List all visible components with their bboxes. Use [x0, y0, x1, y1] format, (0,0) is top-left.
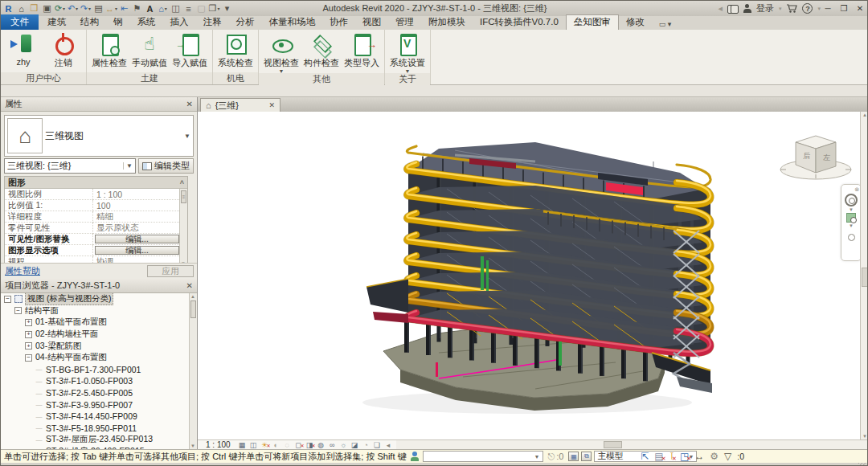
- horizontal-scrollbar[interactable]: [396, 440, 868, 450]
- undo-icon[interactable]: ↶▾: [67, 2, 79, 14]
- model-canvas[interactable]: 后 左 ⊗ ▼ ▼: [198, 112, 860, 439]
- section-icon[interactable]: ◫: [170, 2, 182, 14]
- drag-elements-on-selection-icon[interactable]: ↔: [694, 452, 704, 462]
- text-icon[interactable]: A: [144, 2, 156, 14]
- vscroll-up-icon[interactable]: ▲: [862, 112, 867, 117]
- ribbon-tab-附加模块[interactable]: 附加模块: [421, 15, 473, 30]
- sign-in-dropdown-icon[interactable]: ▾: [779, 6, 782, 12]
- select-links-icon[interactable]: ⇱: [641, 452, 649, 462]
- close-button[interactable]: ✕: [853, 2, 867, 14]
- section-collapse-icon[interactable]: ˄: [180, 178, 184, 186]
- visual-style-icon[interactable]: ◫: [249, 441, 258, 449]
- pan-icon[interactable]: [848, 234, 855, 241]
- worksets-icon[interactable]: ▦: [568, 452, 579, 461]
- thin-lines-icon[interactable]: ≡: [182, 2, 194, 14]
- crop-view-icon[interactable]: ◻✕: [294, 441, 303, 449]
- ribbon-tab-管理[interactable]: 管理: [388, 15, 421, 30]
- redo-icon[interactable]: ↷▾: [80, 2, 92, 14]
- workset-dropdown-icon[interactable]: ▼: [531, 454, 540, 460]
- tag-icon[interactable]: ⚑: [131, 2, 143, 14]
- navbar-close-icon[interactable]: ⊗: [854, 186, 859, 193]
- measure-dropdown-icon[interactable]: ▾: [115, 6, 117, 11]
- instance-dropdown-icon[interactable]: ▼: [123, 162, 133, 170]
- ribbon-tab-协作[interactable]: 协作: [322, 15, 355, 30]
- property-value[interactable]: 精细: [93, 211, 187, 223]
- displacement-sets-icon[interactable]: ❏: [373, 441, 382, 449]
- vscroll-thumb[interactable]: [862, 268, 868, 287]
- tree-row[interactable]: +01-基础平面布置图: [1, 317, 189, 329]
- aligned-dimension-icon[interactable]: ⇤: [118, 2, 130, 14]
- print-icon[interactable]: ▤: [92, 2, 104, 14]
- vscroll-down-icon[interactable]: ▼: [862, 434, 867, 439]
- ribbon-tab-垒知图审[interactable]: 垒知图审: [566, 14, 619, 30]
- edit-button[interactable]: 编辑...: [95, 246, 179, 255]
- ribbon-tab-体量和场地[interactable]: 体量和场地: [262, 15, 323, 30]
- expand-node-icon[interactable]: +: [25, 331, 32, 338]
- ribbon-tab-建筑[interactable]: 建筑: [40, 15, 73, 30]
- shadows-icon[interactable]: ◐: [272, 441, 280, 449]
- properties-scrollbar[interactable]: ≡ ▼: [179, 189, 187, 267]
- property-value[interactable]: 显示原状态: [93, 223, 187, 234]
- ribbon-tab-系统[interactable]: 系统: [130, 15, 163, 30]
- resize-grip[interactable]: [858, 463, 866, 466]
- select-underlay-elements-icon[interactable]: ▤✕: [654, 452, 663, 462]
- worksharing-display-icon[interactable]: ◔: [362, 441, 371, 449]
- vertical-scrollbar[interactable]: ▲ ▼: [860, 112, 868, 439]
- view-tab-close-icon[interactable]: ✕: [268, 101, 275, 109]
- locked-3d-view-icon[interactable]: ◍: [317, 441, 326, 449]
- help-icon[interactable]: ?: [802, 3, 813, 14]
- zoom-dropdown-icon[interactable]: ▼: [849, 223, 854, 228]
- temporary-hide-isolate-icon[interactable]: ∞: [328, 441, 337, 449]
- apply-button[interactable]: 应用: [147, 265, 194, 277]
- expand-node-icon[interactable]: +: [25, 342, 32, 350]
- default-3d-view-icon[interactable]: ⌂▾: [157, 2, 169, 14]
- show-crop-region-icon[interactable]: ◨✕: [305, 441, 314, 449]
- tree-scrollbar-thumb[interactable]: [190, 300, 196, 318]
- edit-type-button[interactable]: 编辑类型: [138, 158, 194, 174]
- settings-gear-icon[interactable]: ⚙: [710, 452, 719, 462]
- redo-dropdown-icon[interactable]: ▾: [88, 6, 91, 11]
- tree-row[interactable]: −视图 (标高与视图分类): [1, 293, 189, 305]
- ribbon-tab-视图[interactable]: 视图: [355, 15, 388, 30]
- type-selector[interactable]: ⌂ 三维视图 ▼: [4, 115, 194, 157]
- undo-dropdown-icon[interactable]: ▾: [76, 6, 78, 11]
- expand-node-icon[interactable]: +: [25, 319, 32, 326]
- minimize-button[interactable]: ─: [821, 2, 835, 14]
- 类型导入-button[interactable]: 类型导入: [342, 31, 381, 69]
- 构件检查-button[interactable]: 构件检查: [302, 31, 341, 69]
- project-browser-scrollbar[interactable]: ▲ ▼: [189, 293, 197, 449]
- properties-help-link[interactable]: 属性帮助: [5, 265, 40, 277]
- tree-row[interactable]: —ST-3#-F5-18.950-FP011: [1, 423, 189, 435]
- sun-path-icon[interactable]: ☀✕: [260, 441, 269, 449]
- tree-row[interactable]: +03-梁配筋图: [1, 340, 189, 352]
- ribbon-tab-钢[interactable]: 钢: [106, 15, 130, 30]
- property-value[interactable]: 1 : 100: [93, 190, 187, 199]
- ribbon-tab-IFC转换插件V0.7.0[interactable]: IFC转换插件V0.7.0: [473, 15, 566, 30]
- temporary-view-properties-icon[interactable]: ◪: [350, 441, 359, 449]
- collapse-node-icon[interactable]: −: [25, 354, 32, 362]
- zhy-button[interactable]: zhy: [4, 31, 43, 67]
- design-options-icon[interactable]: ⧉: [581, 452, 592, 461]
- synchronize-dropdown-icon[interactable]: ▾: [63, 6, 65, 11]
- ribbon-tab-分析[interactable]: 分析: [229, 15, 262, 30]
- graphics-section-header[interactable]: 图形 ˄: [5, 177, 187, 189]
- 属性检查-button[interactable]: 属性检查: [90, 31, 129, 69]
- type-selector-dropdown-icon[interactable]: ▼: [182, 133, 193, 140]
- select-pinned-elements-icon[interactable]: ⊺✕: [669, 452, 674, 462]
- 系统设置-button[interactable]: 系统设置▼: [388, 31, 427, 73]
- save-icon[interactable]: ▣: [41, 2, 53, 14]
- ribbon-tab-注释[interactable]: 注释: [196, 15, 229, 30]
- infocenter-collapse-icon[interactable]: ◂: [718, 3, 723, 14]
- 系统检查-button[interactable]: 系统检查: [216, 31, 255, 69]
- tree-row[interactable]: +02-结构墙柱平面: [1, 329, 189, 341]
- modify-panel-dropdown[interactable]: ▭ ▾: [652, 18, 679, 30]
- measure-icon[interactable]: ↔▾: [105, 2, 117, 14]
- tree-row[interactable]: —ST-3#-F1-0.050-FP003: [1, 375, 189, 387]
- sketchy-lines-icon[interactable]: ◌: [283, 441, 292, 449]
- editing-requests[interactable]: ⎋ :0: [548, 452, 564, 462]
- switch-windows-icon[interactable]: ❐▾: [208, 2, 220, 14]
- filter-icon[interactable]: ▽: [724, 452, 731, 462]
- collapse-node-icon[interactable]: −: [14, 307, 22, 314]
- tree-row[interactable]: −结构平面: [1, 305, 189, 317]
- switch-windows-dropdown-icon[interactable]: ▾: [217, 6, 219, 11]
